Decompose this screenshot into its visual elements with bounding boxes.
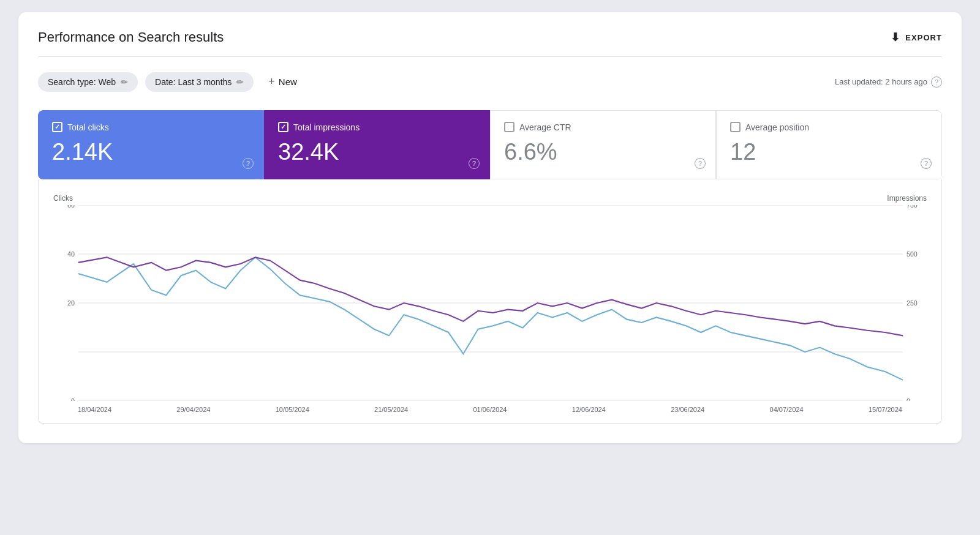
- page-title: Performance on Search results: [38, 29, 224, 45]
- svg-text:0: 0: [71, 397, 75, 401]
- ctr-value: 6.6%: [504, 140, 702, 165]
- metrics-row: Total clicks 2.14K ? Total impressions 3…: [38, 110, 942, 179]
- metric-label-row-clicks: Total clicks: [52, 122, 250, 132]
- header-divider: [38, 56, 942, 57]
- clicks-line: [78, 257, 903, 380]
- edit-date-icon: ✏: [236, 77, 244, 87]
- chart-svg: 60 40 20 0 750 500 250 0: [53, 205, 927, 401]
- clicks-checkbox[interactable]: [52, 122, 62, 132]
- left-axis-label: Clicks: [53, 194, 73, 203]
- impressions-checkbox[interactable]: [278, 122, 288, 132]
- svg-text:750: 750: [907, 205, 918, 209]
- clicks-value: 2.14K: [52, 140, 250, 165]
- svg-text:40: 40: [67, 250, 75, 258]
- search-type-label: Search type: Web: [48, 77, 116, 87]
- impressions-help-icon[interactable]: ?: [469, 158, 480, 169]
- svg-text:500: 500: [907, 250, 918, 258]
- impressions-line: [78, 257, 903, 335]
- svg-text:250: 250: [907, 299, 918, 307]
- position-value: 12: [730, 140, 928, 165]
- main-card: Performance on Search results ⬇ EXPORT S…: [18, 12, 962, 443]
- export-icon: ⬇: [891, 31, 900, 44]
- new-button[interactable]: + New: [261, 70, 304, 93]
- header-row: Performance on Search results ⬇ EXPORT: [38, 29, 942, 45]
- ctr-help: ?: [695, 157, 706, 169]
- ctr-help-icon[interactable]: ?: [695, 158, 706, 169]
- plus-icon: +: [268, 75, 275, 88]
- x-label-6: 23/06/2024: [671, 406, 704, 413]
- x-axis-labels: 18/04/2024 29/04/2024 10/05/2024 21/05/2…: [53, 406, 927, 413]
- chart-container: 60 40 20 0 750 500 250 0: [53, 205, 927, 401]
- metric-label-row-impressions: Total impressions: [278, 122, 476, 132]
- ctr-checkbox[interactable]: [504, 122, 514, 132]
- x-label-5: 12/06/2024: [572, 406, 606, 413]
- impressions-value: 32.4K: [278, 140, 476, 165]
- metric-label-row-position: Average position: [730, 122, 928, 132]
- filter-row: Search type: Web ✏ Date: Last 3 months ✏…: [38, 70, 942, 93]
- metric-label-row-ctr: Average CTR: [504, 122, 702, 132]
- last-updated-help-icon[interactable]: ?: [931, 77, 942, 88]
- edit-search-type-icon: ✏: [121, 77, 128, 87]
- metric-total-clicks[interactable]: Total clicks 2.14K ?: [38, 110, 264, 179]
- chart-section: Clicks Impressions 60 40 20 0 750 500 25…: [38, 179, 942, 424]
- clicks-help: ?: [243, 157, 254, 169]
- clicks-label: Total clicks: [67, 122, 109, 132]
- metric-average-ctr[interactable]: Average CTR 6.6% ?: [490, 110, 716, 179]
- svg-text:60: 60: [67, 205, 75, 209]
- x-label-0: 18/04/2024: [78, 406, 111, 413]
- position-label: Average position: [745, 122, 809, 132]
- position-checkbox[interactable]: [730, 122, 741, 132]
- search-type-filter[interactable]: Search type: Web ✏: [38, 72, 138, 92]
- ctr-label: Average CTR: [519, 122, 571, 132]
- impressions-help: ?: [469, 157, 480, 169]
- svg-text:20: 20: [67, 299, 75, 307]
- export-label: EXPORT: [905, 33, 942, 42]
- position-help: ?: [921, 157, 932, 169]
- svg-text:0: 0: [907, 397, 910, 401]
- metric-total-impressions[interactable]: Total impressions 32.4K ?: [264, 110, 490, 179]
- metric-average-position[interactable]: Average position 12 ?: [716, 110, 942, 179]
- date-filter[interactable]: Date: Last 3 months ✏: [145, 72, 254, 92]
- chart-header: Clicks Impressions: [53, 194, 927, 203]
- impressions-label: Total impressions: [293, 122, 360, 132]
- last-updated: Last updated: 2 hours ago ?: [835, 77, 942, 88]
- x-label-2: 10/05/2024: [276, 406, 309, 413]
- x-label-3: 21/05/2024: [374, 406, 408, 413]
- last-updated-text: Last updated: 2 hours ago: [835, 77, 927, 86]
- clicks-help-icon[interactable]: ?: [243, 158, 254, 169]
- export-button[interactable]: ⬇ EXPORT: [891, 31, 942, 44]
- x-label-1: 29/04/2024: [176, 406, 210, 413]
- date-label: Date: Last 3 months: [155, 77, 232, 87]
- position-help-icon[interactable]: ?: [921, 158, 932, 169]
- x-label-7: 04/07/2024: [770, 406, 804, 413]
- new-label: New: [279, 77, 297, 87]
- x-label-4: 01/06/2024: [473, 406, 507, 413]
- x-label-8: 15/07/2024: [869, 406, 902, 413]
- right-axis-label: Impressions: [887, 194, 927, 203]
